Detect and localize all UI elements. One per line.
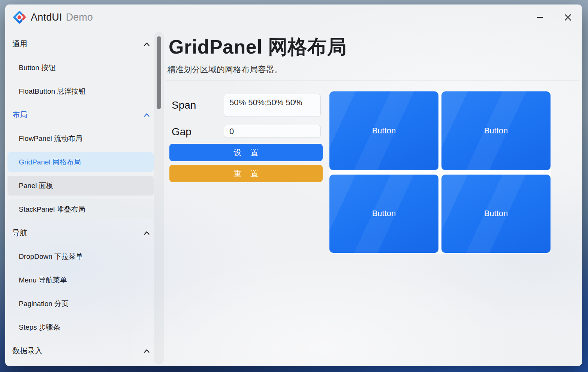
divider: [166, 81, 579, 81]
reset-button[interactable]: 重 置: [169, 165, 323, 182]
grid-button-bottom-left[interactable]: Button: [329, 175, 438, 253]
sidebar: 通用 Button 按钮 FloatButton 悬浮按钮 布局 FlowPan…: [5, 30, 164, 366]
app-title: AntdUI: [31, 12, 62, 23]
gap-label: Gap: [172, 126, 192, 138]
set-button[interactable]: 设 置: [169, 144, 323, 161]
sidebar-item-dropdown[interactable]: DropDown 下拉菜单: [5, 245, 159, 268]
sidebar-item-flowpanel[interactable]: FlowPanel 流动布局: [5, 127, 159, 150]
app-window: AntdUI Demo 通用 Button 按钮 FloatButt: [5, 4, 582, 366]
sidebar-menu: 通用 Button 按钮 FloatButton 悬浮按钮 布局 FlowPan…: [5, 32, 159, 363]
sidebar-item-gridpanel-selected[interactable]: GridPanel 网格布局: [5, 150, 159, 174]
minimize-icon: [537, 17, 543, 18]
chevron-up-icon[interactable]: [144, 231, 150, 235]
antdui-logo-icon: [12, 10, 27, 24]
minimize-button[interactable]: [532, 9, 548, 26]
grid-button-bottom-right[interactable]: Button: [441, 175, 551, 253]
sidebar-item-steps[interactable]: Steps 步骤条: [5, 315, 159, 339]
page-subtitle: 精准划分区域的网格布局容器。: [167, 64, 283, 75]
sidebar-item-panel[interactable]: Panel 面板: [5, 174, 159, 197]
sidebar-section-navigation[interactable]: 导航: [5, 221, 159, 245]
sidebar-item-menu[interactable]: Menu 导航菜单: [5, 268, 159, 292]
grid-button-top-right[interactable]: Button: [441, 91, 551, 170]
sidebar-scrollbar-thumb[interactable]: [157, 36, 161, 109]
window-controls: [532, 4, 576, 30]
sidebar-item-floatbutton[interactable]: FloatButton 悬浮按钮: [5, 79, 159, 103]
close-icon: [564, 14, 572, 21]
app-title-suffix: Demo: [66, 12, 93, 23]
sidebar-section-layout[interactable]: 布局: [5, 103, 159, 127]
gap-input[interactable]: [224, 125, 321, 138]
chevron-up-icon[interactable]: [144, 113, 150, 117]
sidebar-item-button[interactable]: Button 按钮: [5, 56, 159, 79]
span-label: Span: [172, 99, 196, 111]
main-content: GridPanel 网格布局 精准划分区域的网格布局容器。 Span 50% 5…: [166, 30, 582, 366]
chevron-up-icon[interactable]: [144, 42, 150, 46]
gridpanel-demo: Button Button Button Button: [329, 91, 551, 254]
sidebar-item-pagination[interactable]: Pagination 分页: [5, 292, 159, 315]
sidebar-item-stackpanel[interactable]: StackPanel 堆叠布局: [5, 197, 159, 221]
span-input[interactable]: 50% 50%;50% 50%: [224, 94, 321, 117]
grid-button-top-left[interactable]: Button: [329, 91, 438, 170]
sidebar-section-general[interactable]: 通用: [5, 32, 159, 56]
titlebar: AntdUI Demo: [5, 4, 582, 30]
page-title: GridPanel 网格布局: [169, 34, 347, 60]
sidebar-section-data-entry[interactable]: 数据录入: [5, 339, 159, 363]
close-button[interactable]: [560, 9, 576, 26]
chevron-up-icon[interactable]: [144, 349, 150, 353]
